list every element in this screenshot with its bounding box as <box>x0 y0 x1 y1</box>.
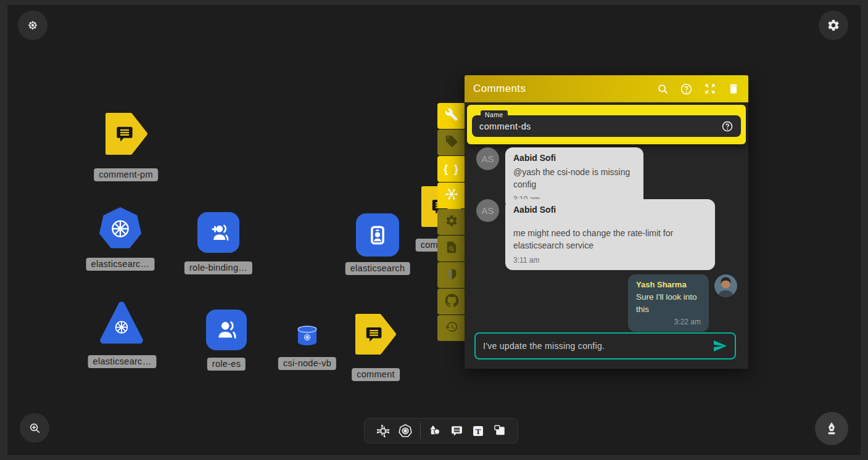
node-comment-pm[interactable]: comment-pm <box>105 113 148 155</box>
sidebar-item-github[interactable] <box>437 289 466 314</box>
tag-icon <box>445 134 458 150</box>
kubernetes-icon[interactable] <box>397 423 413 439</box>
expand-icon[interactable] <box>703 83 716 96</box>
doc-search-icon <box>445 240 458 257</box>
component-side-toolbar: { } <box>437 103 466 341</box>
node-role-binding[interactable]: role-binding… <box>197 212 239 253</box>
message-author: Aabid Sofi <box>513 205 707 215</box>
sidebar-item-settings[interactable] <box>437 209 466 235</box>
node-label: comment-pm <box>94 168 158 181</box>
name-section: Name comment-ds <box>467 105 746 144</box>
node-role-es[interactable]: role-es <box>206 310 247 350</box>
message-bubble: Aabid Sofi me might need to change the r… <box>505 199 715 270</box>
avatar: AS <box>476 199 499 222</box>
trash-icon[interactable] <box>727 83 740 96</box>
node-label: elasticsearch <box>345 262 410 275</box>
node-label: role-es <box>207 358 246 371</box>
node-label: role-binding… <box>184 261 252 274</box>
avatar-photo <box>714 274 737 332</box>
settings-button[interactable] <box>819 10 848 40</box>
wrench-icon <box>445 108 458 124</box>
name-field-label: Name <box>481 110 508 120</box>
image-icon[interactable] <box>492 423 508 438</box>
github-icon <box>445 294 459 310</box>
history-icon <box>445 320 458 336</box>
node-elasticsearch-sa[interactable]: elasticsearch <box>356 213 399 257</box>
gear-icon <box>445 214 458 230</box>
node-label: comment <box>352 368 400 381</box>
node-elasticsearch-pod[interactable]: elasticsearc… <box>99 207 142 250</box>
help-icon[interactable] <box>721 120 734 133</box>
message-text: @yash the csi-node is missing config <box>513 166 635 191</box>
pen-nib-icon <box>824 421 840 437</box>
sidebar-item-mesh[interactable] <box>437 183 466 208</box>
kubernetes-wheel-icon <box>109 217 132 240</box>
schema-icon[interactable] <box>375 423 391 439</box>
comment-icon[interactable] <box>449 423 465 438</box>
message-text: Sure I'll look into this <box>636 291 701 315</box>
pen-tool-button[interactable] <box>815 412 848 445</box>
message-text: me might need to change the rate-limit f… <box>513 227 707 252</box>
zoom-in-icon <box>28 421 42 435</box>
node-label: elasticsearc… <box>86 258 155 271</box>
message-row: Yash Sharma Sure I'll look into this 3:2… <box>628 274 737 332</box>
comments-panel: Comments Name comment-ds AS <box>465 75 748 369</box>
node-elasticsearch-tri[interactable]: elasticsearc… <box>99 300 144 347</box>
sidebar-item-history[interactable] <box>437 315 466 341</box>
text-icon[interactable]: T <box>471 424 486 438</box>
name-field-value: comment-ds <box>479 121 531 131</box>
braces-icon: { } <box>444 162 460 176</box>
node-comment[interactable]: comment <box>355 314 397 355</box>
comment-input-value: I've update the missing config. <box>483 341 605 351</box>
svg-text:T: T <box>476 427 481 436</box>
sidebar-item-tools[interactable] <box>437 103 466 129</box>
people-icon <box>213 317 239 343</box>
design-canvas[interactable]: comment-pm elasticsearc… role-binding… e… <box>7 5 861 455</box>
send-icon[interactable] <box>713 339 727 353</box>
message-bubble: Yash Sharma Sure I'll look into this 3:2… <box>628 274 709 332</box>
cluster-flower-button[interactable] <box>18 10 48 40</box>
gear-icon <box>827 18 840 32</box>
shield-icon <box>445 268 458 283</box>
search-icon[interactable] <box>656 83 669 96</box>
avatar: AS <box>476 147 499 170</box>
sidebar-item-validate[interactable] <box>437 236 466 261</box>
dock-divider <box>420 423 421 439</box>
hub-icon <box>444 187 459 204</box>
sidebar-item-tag[interactable] <box>437 129 466 155</box>
node-label: csi-node-vb <box>278 357 336 370</box>
node-csi-node-vb[interactable]: csi-node-vb <box>296 325 318 347</box>
shape-dock: T <box>364 418 518 443</box>
message-time: 3:11 am <box>513 256 707 265</box>
badge-icon <box>364 221 391 248</box>
shapes-icon[interactable] <box>427 423 442 438</box>
sidebar-item-json[interactable]: { } <box>437 156 466 182</box>
panel-title: Comments <box>473 83 526 95</box>
message-author: Aabid Sofi <box>513 153 635 163</box>
person-add-icon <box>205 220 231 245</box>
zoom-button[interactable] <box>20 413 49 443</box>
comment-input[interactable]: I've update the missing config. <box>474 332 736 359</box>
flower-icon <box>26 18 39 32</box>
node-label: elasticsearc… <box>88 355 157 368</box>
message-time: 3:22 am <box>636 318 701 326</box>
name-field[interactable]: Name comment-ds <box>472 115 741 137</box>
sidebar-item-security[interactable] <box>437 262 466 288</box>
help-icon[interactable] <box>680 83 693 96</box>
message-row: AS Aabid Sofi me might need to change th… <box>476 199 715 270</box>
message-author: Yash Sharma <box>636 280 701 289</box>
comments-panel-header[interactable]: Comments <box>465 75 748 102</box>
app-window: comment-pm elasticsearc… role-binding… e… <box>0 0 868 460</box>
